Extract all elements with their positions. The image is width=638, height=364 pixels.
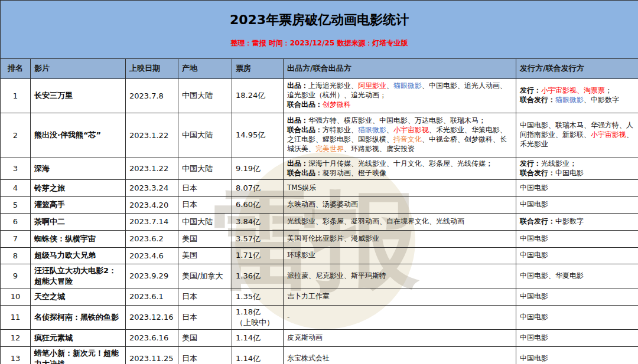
cell-text: 凝羽动画、橙子映像 <box>323 169 386 177</box>
cell-distributors: 发行：光线影业； 联合发行：中国电影 <box>516 158 638 179</box>
cell-release-date: 2023.7.14 <box>126 213 178 230</box>
cell-release-date: 2023.6.1 <box>126 288 178 305</box>
cell-film: 天空之城 <box>31 288 126 305</box>
cell-film: 蜡笔小新：新次元！超能力大决战 <box>31 346 126 364</box>
cell-label: 联合发行： <box>520 96 555 104</box>
cell-origin: 中国大陆 <box>178 78 232 113</box>
cell-producers: 东映动画、汤婆婆动画 <box>284 196 516 213</box>
cell-rank: 9 <box>1 264 31 288</box>
cell-release-date: 2023.4.20 <box>126 196 178 213</box>
cell-boxoffice: 14.95亿 <box>232 113 284 158</box>
cell-distributors: 中国电影 <box>516 288 638 305</box>
cell-text: 中国电影 <box>520 200 548 208</box>
cell-label: 联合发行： <box>520 169 555 177</box>
cell-rank: 1 <box>1 78 31 113</box>
cell-label: 联合出品： <box>287 169 323 177</box>
company-name-red: 阿里影业 <box>358 81 386 90</box>
cell-distributors: 联合发行：中影数字 <box>516 213 638 230</box>
cell-text: 、 <box>386 81 393 90</box>
cell-boxoffice: 3.57亿 <box>232 230 284 247</box>
cell-release-date: 2023.3.24 <box>126 179 178 196</box>
cell-producers: 派拉蒙、尼克影业、斯平玛斯特 <box>284 264 516 288</box>
cell-film: 蜘蛛侠：纵横宇宙 <box>31 230 126 247</box>
cell-release-date: 2023.12.16 <box>126 305 178 329</box>
company-name-red: 小宇宙影视 <box>393 126 429 134</box>
table-row: 9汪汪队立大功大电影2：超能大冒险2023.9.29美国/加拿大1.36亿派拉蒙… <box>1 264 638 288</box>
cell-text: 中影数字 <box>555 217 584 225</box>
cell-text: 光线影业、彩条屋、凝羽动画、自在境界文化、光线动画 <box>287 217 464 225</box>
cell-rank: 10 <box>1 288 31 305</box>
cell-text: 环球影业 <box>287 251 315 259</box>
cell-rank: 5 <box>1 196 31 213</box>
cell-text: 中国电影 <box>520 313 548 321</box>
cell-rank: 6 <box>1 213 31 230</box>
cell-rank: 8 <box>1 247 31 264</box>
cell-boxoffice: 9.19亿 <box>232 158 284 179</box>
cell-label: 出品： <box>287 159 308 168</box>
title-row: 2023年票房破亿动画电影统计 整理：雷报 时间：2023/12/25 数据来源… <box>1 1 638 59</box>
cell-origin: 日本 <box>178 346 232 364</box>
cell-text: 吉卜力工作室 <box>287 292 330 300</box>
cell-label: 联合出品： <box>287 100 323 109</box>
cell-origin: 日本 <box>178 179 232 196</box>
table-row: 7蜘蛛侠：纵横宇宙2023.6.2美国3.57亿美国哥伦比亚影片、漫威影业中国电… <box>1 230 638 247</box>
cell-rank: 4 <box>1 179 31 196</box>
cell-boxoffice: 18.24亿 <box>232 78 284 113</box>
company-name-red: 小宇宙影视、淘票票 <box>541 86 605 94</box>
cell-origin: 美国 <box>178 329 232 346</box>
table-row: 12疯狂元素城2023.6.16美国1.14亿皮克斯动画中国电影 <box>1 329 638 346</box>
cell-text: 上海追光影业、 <box>308 81 358 90</box>
cell-text: 中国电影 <box>520 234 548 242</box>
cell-boxoffice: 1.36亿 <box>232 264 284 288</box>
box-office-sheet: 雷报 2023年票房破亿动画电影统计 整理：雷报 时间：2023/12/25 数… <box>0 0 638 364</box>
cell-label: 出品： <box>287 81 308 90</box>
cell-producers: 东宝株式会社 <box>284 346 516 364</box>
cell-rank: 13 <box>1 346 31 364</box>
cell-label: 发行： <box>520 159 541 168</box>
cell-producers: 出品：上海追光影业、阿里影业、猫眼微影、中国电影、追光人动画、追光影业（杭州）、… <box>284 78 516 113</box>
cell-producers: 出品：华强方特、横店影业、中国电影、万达电影、联瑞木马； 联合出品：方特影业、猫… <box>284 113 516 158</box>
cell-distributors: 中国电影 <box>516 305 638 329</box>
company-name-orange: 抖音文化 <box>393 135 422 143</box>
cell-boxoffice: 1.14亿 <box>232 346 284 364</box>
cell-distributors: 发行：小宇宙影视、淘票票； 联合发行：猫眼微影、中影数字 <box>516 78 638 113</box>
cell-text: 派拉蒙、尼克影业、斯平玛斯特 <box>287 271 386 280</box>
cell-distributors: 中国电影 <box>516 346 638 364</box>
cell-text: 中国电影 <box>520 292 548 300</box>
cell-text: 美国哥伦比亚影片、漫威影业 <box>287 234 379 242</box>
page-subtitle: 整理：雷报 时间：2023/12/25 数据来源：灯塔专业版 <box>1 38 638 48</box>
cell-text: 、 <box>386 126 393 134</box>
cell-text: 、中影数字 <box>584 96 619 104</box>
col-header-boxoffice: 票房 <box>232 58 284 78</box>
cell-film: 疯狂元素城 <box>31 329 126 346</box>
cell-origin: 美国 <box>178 247 232 264</box>
col-header-film: 影片 <box>31 58 126 78</box>
cell-origin: 日本 <box>178 288 232 305</box>
cell-text: 、环路影视、虞安投资 <box>344 145 415 153</box>
table-row: 11名侦探柯南：黑铁的鱼影2023.12.16日本1.18亿 （上映中）-中国电… <box>1 305 638 329</box>
cell-film: 深海 <box>31 158 126 179</box>
cell-film: 铃芽之旅 <box>31 179 126 196</box>
table-row: 5灌篮高手2023.4.20日本6.60亿东映动画、汤婆婆动画中国电影 <box>1 196 638 213</box>
cell-boxoffice: 6.60亿 <box>232 196 284 213</box>
cell-text: 方特影业、 <box>323 126 358 134</box>
cell-label: 联合发行： <box>520 217 555 225</box>
cell-distributors: 中国电影 <box>516 230 638 247</box>
table-row: 1长安三万里2023.7.8中国大陆18.24亿出品：上海追光影业、阿里影业、猫… <box>1 78 638 113</box>
cell-distributors: 中国电影、华夏电影 <box>516 264 638 288</box>
cell-film: 熊出没·伴我熊“芯” <box>31 113 126 158</box>
cell-producers: 皮克斯动画 <box>284 329 516 346</box>
col-header-release-date: 上映日期 <box>126 58 178 78</box>
col-header-distributors: 发行方/联合发行方 <box>516 58 638 78</box>
company-name-red: 创梦微科 <box>323 100 351 109</box>
cell-rank: 11 <box>1 305 31 329</box>
cell-text: 深海十月传媒、光线影业、十月文化、彩条屋、光线传媒； <box>308 159 493 168</box>
cell-rank: 7 <box>1 230 31 247</box>
cell-distributors: 中国电影 <box>516 329 638 346</box>
cell-text: TMS娱乐 <box>287 183 316 192</box>
cell-text: 东宝株式会社 <box>287 354 330 362</box>
cell-rank: 12 <box>1 329 31 346</box>
col-header-origin: 产地 <box>178 58 232 78</box>
cell-release-date: 2023.1.22 <box>126 113 178 158</box>
cell-producers: 美国哥伦比亚影片、漫威影业 <box>284 230 516 247</box>
